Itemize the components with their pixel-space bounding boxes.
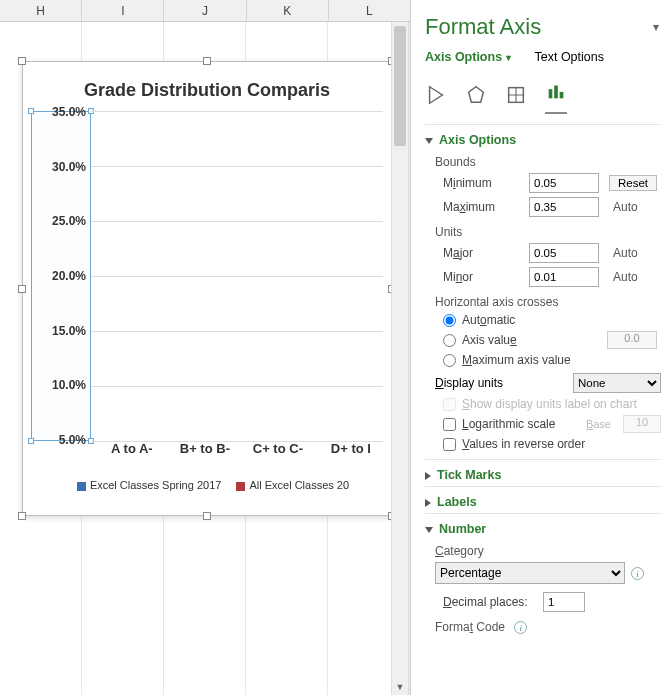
category-axis[interactable]: A to A- B+ to B- C+ to C- D+ to I bbox=[91, 441, 383, 469]
pane-title: Format Axis bbox=[425, 14, 661, 40]
major-label: Major bbox=[443, 246, 529, 260]
legend-swatch-icon bbox=[77, 482, 86, 491]
resize-handle[interactable] bbox=[203, 57, 211, 65]
minor-label: Minor bbox=[443, 270, 529, 284]
chevron-down-icon: ▼ bbox=[504, 53, 513, 63]
axis-tick: 35.0% bbox=[52, 105, 86, 119]
resize-handle[interactable] bbox=[203, 512, 211, 520]
axis-tick: 5.0% bbox=[59, 433, 86, 447]
scroll-thumb[interactable] bbox=[394, 26, 406, 146]
column-headers: H I J K L bbox=[0, 0, 411, 22]
legend-label: Excel Classes Spring 2017 bbox=[90, 479, 221, 491]
display-units-label: Display units bbox=[435, 376, 503, 390]
reverse-order-checkbox[interactable] bbox=[443, 438, 456, 451]
chart-object[interactable]: Grade Distribution Comparis 35.0% 30.0% … bbox=[22, 61, 392, 516]
crosses-max-label: Maximum axis value bbox=[462, 353, 571, 367]
axis-handle[interactable] bbox=[28, 108, 34, 114]
section-header-labels[interactable]: Labels bbox=[425, 495, 661, 509]
category-label: D+ to I bbox=[311, 441, 391, 456]
axis-tick: 15.0% bbox=[52, 324, 86, 338]
max-label: Maximum bbox=[443, 200, 529, 214]
min-input[interactable] bbox=[529, 173, 599, 193]
info-icon[interactable]: i bbox=[514, 621, 527, 634]
svg-rect-3 bbox=[554, 86, 558, 99]
auto-max-label: Auto bbox=[613, 200, 638, 214]
svg-rect-4 bbox=[560, 92, 564, 98]
display-units-select[interactable]: None bbox=[573, 373, 661, 393]
section-axis-options: Axis Options Bounds Minimum Reset Maximu… bbox=[425, 124, 661, 459]
axis-options-icon[interactable] bbox=[545, 80, 567, 114]
section-number: Number Category Percentage i Decimal pla… bbox=[425, 513, 661, 642]
svg-rect-2 bbox=[549, 89, 553, 98]
axis-tick: 30.0% bbox=[52, 160, 86, 174]
show-units-label-checkbox bbox=[443, 398, 456, 411]
resize-handle[interactable] bbox=[18, 57, 26, 65]
col-header[interactable]: L bbox=[329, 0, 411, 21]
info-icon[interactable]: i bbox=[631, 567, 644, 580]
tab-axis-options[interactable]: Axis Options▼ bbox=[425, 50, 513, 66]
auto-major-label: Auto bbox=[613, 246, 638, 260]
crosses-axis-value-field: 0.0 bbox=[607, 331, 657, 349]
axis-handle[interactable] bbox=[28, 438, 34, 444]
category-label: B+ to B- bbox=[165, 441, 245, 456]
pane-menu-icon[interactable]: ▾ bbox=[653, 20, 659, 34]
crosses-automatic-radio[interactable] bbox=[443, 314, 456, 327]
value-axis[interactable]: 35.0% 30.0% 25.0% 20.0% 15.0% 10.0% 5.0% bbox=[31, 111, 91, 441]
col-header[interactable]: J bbox=[164, 0, 246, 21]
resize-handle[interactable] bbox=[18, 512, 26, 520]
fill-icon[interactable] bbox=[425, 84, 447, 110]
units-heading: Units bbox=[435, 225, 661, 239]
axis-tick: 10.0% bbox=[52, 378, 86, 392]
effects-icon[interactable] bbox=[465, 84, 487, 110]
chart-title[interactable]: Grade Distribution Comparis bbox=[23, 62, 391, 111]
auto-minor-label: Auto bbox=[613, 270, 638, 284]
reverse-order-label: Values in reverse order bbox=[462, 437, 585, 451]
legend-swatch-icon bbox=[236, 482, 245, 491]
log-scale-label: Logarithmic scale bbox=[462, 417, 555, 431]
crosses-axis-value-radio[interactable] bbox=[443, 334, 456, 347]
legend-label: All Excel Classes 20 bbox=[249, 479, 349, 491]
min-label: Minimum bbox=[443, 176, 529, 190]
resize-handle[interactable] bbox=[18, 285, 26, 293]
section-tick-marks: Tick Marks bbox=[425, 459, 661, 486]
minor-input[interactable] bbox=[529, 267, 599, 287]
tab-text-options[interactable]: Text Options bbox=[535, 50, 604, 66]
col-header[interactable]: H bbox=[0, 0, 82, 21]
chart-bars[interactable] bbox=[91, 111, 383, 441]
number-category-select[interactable]: Percentage bbox=[435, 562, 625, 584]
vertical-scrollbar[interactable]: ▲ ▼ bbox=[391, 22, 409, 695]
crosses-max-radio[interactable] bbox=[443, 354, 456, 367]
crosses-heading: Horizontal axis crosses bbox=[435, 295, 661, 309]
decimal-places-input[interactable] bbox=[543, 592, 585, 612]
log-scale-checkbox[interactable] bbox=[443, 418, 456, 431]
format-code-label: Format Code i bbox=[435, 620, 661, 634]
chart-legend[interactable]: Excel Classes Spring 2017 All Excel Clas… bbox=[23, 469, 391, 497]
log-base-field: 10 bbox=[623, 415, 661, 433]
crosses-axis-value-label: Axis value bbox=[462, 333, 517, 347]
crosses-automatic-label: Automatic bbox=[462, 313, 515, 327]
section-header-number[interactable]: Number bbox=[425, 522, 661, 536]
category-label: C+ to C- bbox=[238, 441, 318, 456]
size-icon[interactable] bbox=[505, 84, 527, 110]
log-base-label: Base bbox=[586, 418, 611, 430]
section-header-tick-marks[interactable]: Tick Marks bbox=[425, 468, 661, 482]
section-labels: Labels bbox=[425, 486, 661, 513]
option-category-icons bbox=[425, 80, 661, 114]
chart-plot-area[interactable]: 35.0% 30.0% 25.0% 20.0% 15.0% 10.0% 5.0% bbox=[31, 111, 383, 441]
col-header[interactable]: K bbox=[247, 0, 329, 21]
format-axis-pane: Format Axis ▾ Axis Options▼ Text Options… bbox=[410, 0, 669, 695]
section-header-axis-options[interactable]: Axis Options bbox=[425, 133, 661, 147]
major-input[interactable] bbox=[529, 243, 599, 263]
show-units-label-text: Show display units label on chart bbox=[462, 397, 637, 411]
axis-tick: 25.0% bbox=[52, 214, 86, 228]
reset-min-button[interactable]: Reset bbox=[609, 175, 657, 191]
svg-marker-0 bbox=[469, 87, 484, 103]
pane-tabs: Axis Options▼ Text Options bbox=[425, 50, 661, 66]
bounds-heading: Bounds bbox=[435, 155, 661, 169]
number-category-label: Category bbox=[435, 544, 661, 558]
col-header[interactable]: I bbox=[82, 0, 164, 21]
max-input[interactable] bbox=[529, 197, 599, 217]
axis-tick: 20.0% bbox=[52, 269, 86, 283]
category-label: A to A- bbox=[92, 441, 172, 456]
scroll-down-icon[interactable]: ▼ bbox=[392, 679, 408, 695]
